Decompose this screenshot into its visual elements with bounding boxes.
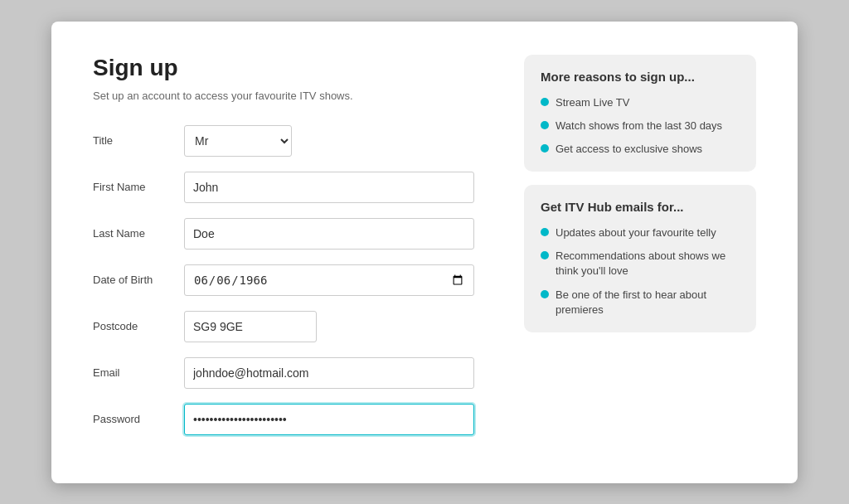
label-postcode: Postcode [93, 320, 184, 332]
postcode-input[interactable] [184, 311, 317, 342]
reasons-item-1: Stream Live TV [541, 95, 740, 110]
dot-icon-6 [541, 290, 549, 298]
page-container: Sign up Set up an account to access your… [0, 0, 849, 504]
emails-text-2: Recommendations about shows we think you… [555, 249, 740, 279]
form-row-lastname: Last Name [93, 218, 474, 250]
reasons-box: More reasons to sign up... Stream Live T… [524, 55, 756, 172]
emails-text-3: Be one of the first to hear about premie… [555, 288, 740, 317]
password-input[interactable] [184, 404, 474, 435]
title-select[interactable]: Mr Mrs Ms Miss Dr [184, 125, 292, 157]
form-row-password: Password [93, 404, 474, 435]
form-row-email: Email [93, 357, 474, 389]
page-title: Sign up [93, 55, 474, 81]
label-dob: Date of Birth [93, 274, 184, 286]
label-email: Email [93, 366, 184, 379]
firstname-input[interactable] [184, 172, 474, 203]
dot-icon-5 [541, 251, 549, 259]
reasons-text-2: Watch shows from the last 30 days [555, 119, 722, 133]
label-password: Password [93, 413, 184, 425]
signup-card: Sign up Set up an account to access your… [51, 22, 798, 483]
reasons-item-2: Watch shows from the last 30 days [541, 119, 740, 133]
form-row-firstname: First Name [93, 172, 474, 203]
emails-box: Get ITV Hub emails for... Updates about … [524, 185, 756, 332]
emails-item-1: Updates about your favourite telly [541, 225, 740, 240]
dot-icon-1 [541, 98, 549, 106]
dot-icon-4 [541, 228, 549, 236]
dot-icon-3 [541, 144, 549, 153]
emails-text-1: Updates about your favourite telly [555, 225, 716, 240]
email-input[interactable] [184, 357, 474, 389]
dob-input[interactable] [184, 264, 474, 296]
dot-icon-2 [541, 121, 549, 129]
reasons-text-1: Stream Live TV [555, 95, 629, 110]
label-firstname: First Name [93, 181, 184, 193]
emails-item-3: Be one of the first to hear about premie… [541, 288, 740, 317]
form-row-title: Title Mr Mrs Ms Miss Dr [93, 125, 474, 157]
emails-item-2: Recommendations about shows we think you… [541, 249, 740, 279]
reasons-text-3: Get access to exclusive shows [555, 142, 702, 157]
form-section: Sign up Set up an account to access your… [93, 55, 474, 450]
lastname-input[interactable] [184, 218, 474, 250]
label-lastname: Last Name [93, 227, 184, 240]
reasons-item-3: Get access to exclusive shows [541, 142, 740, 157]
form-row-dob: Date of Birth [93, 264, 474, 296]
info-section: More reasons to sign up... Stream Live T… [524, 55, 756, 450]
form-row-postcode: Postcode [93, 311, 474, 342]
page-subtitle: Set up an account to access your favouri… [93, 90, 474, 102]
emails-title: Get ITV Hub emails for... [541, 200, 740, 214]
reasons-title: More reasons to sign up... [541, 70, 740, 84]
label-title: Title [93, 134, 184, 147]
